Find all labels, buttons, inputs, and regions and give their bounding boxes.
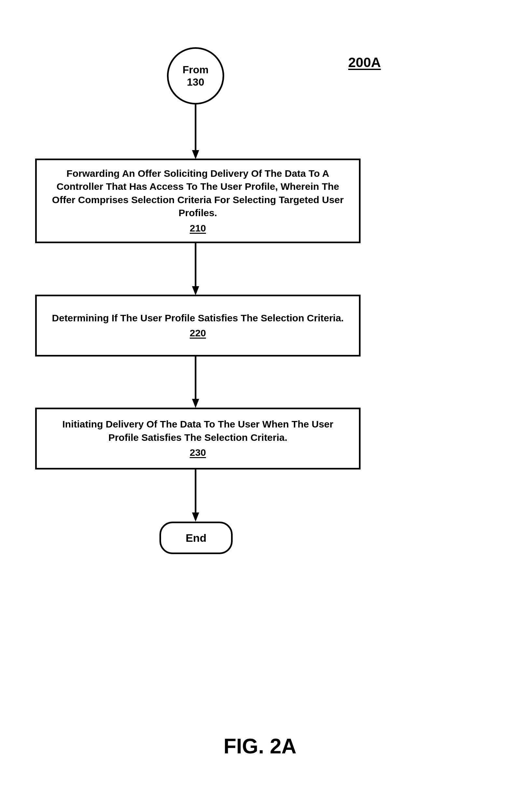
- step-text: Determining If The User Profile Satisfie…: [52, 311, 344, 325]
- end-label: End: [185, 532, 206, 544]
- step-text: Initiating Delivery Of The Data To The U…: [48, 418, 348, 444]
- flowchart-page: 200A From 130 Forwarding An Offer Solici…: [0, 0, 520, 812]
- step-box-230: Initiating Delivery Of The Data To The U…: [35, 408, 361, 470]
- start-line1: From: [183, 64, 209, 76]
- start-circle: From 130: [167, 47, 224, 104]
- step-number: 230: [190, 446, 206, 459]
- figure-label: 200A: [348, 55, 381, 70]
- svg-marker-5: [192, 399, 199, 408]
- arrow-icon: [192, 470, 199, 522]
- arrow-icon: [192, 104, 199, 159]
- figure-caption: FIG. 2A: [0, 734, 520, 758]
- step-number: 220: [190, 327, 206, 340]
- step-number: 210: [190, 222, 206, 235]
- arrow-icon: [192, 356, 199, 408]
- arrow-icon: [192, 243, 199, 295]
- svg-marker-7: [192, 512, 199, 522]
- step-box-210: Forwarding An Offer Soliciting Delivery …: [35, 158, 361, 243]
- step-box-220: Determining If The User Profile Satisfie…: [35, 295, 361, 356]
- end-pill: End: [159, 522, 233, 554]
- svg-marker-1: [192, 150, 199, 159]
- start-line2: 130: [187, 76, 204, 88]
- svg-marker-3: [192, 286, 199, 295]
- step-text: Forwarding An Offer Soliciting Delivery …: [48, 167, 348, 220]
